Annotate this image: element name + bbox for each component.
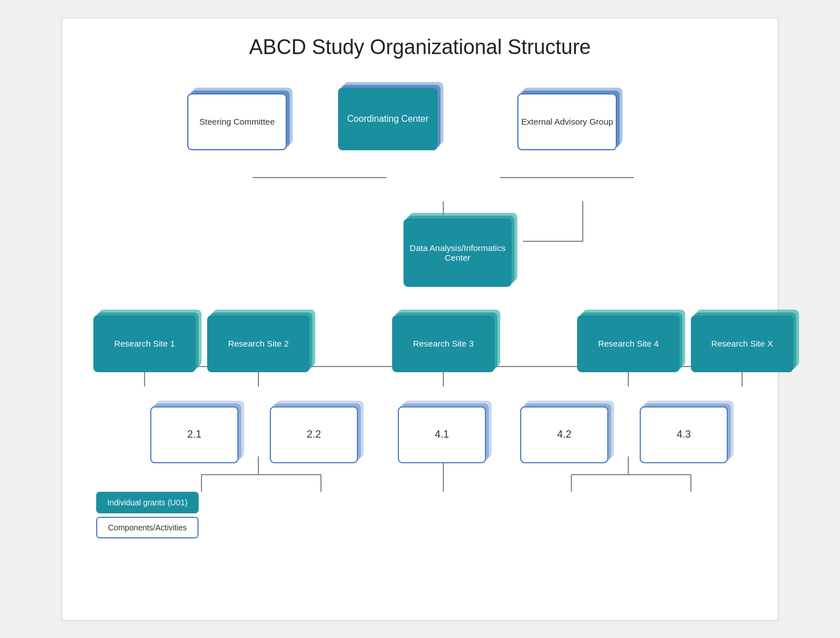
legend-teal-item: Individual grants (U01): [96, 492, 755, 513]
data-analysis-label: Data Analysis/Informatics Center: [403, 243, 512, 262]
siteX-node: Research Site X: [691, 315, 793, 372]
site1-node: Research Site 1: [93, 315, 196, 372]
sub42-label: 4.2: [557, 429, 571, 441]
sub21-label: 2.1: [187, 429, 201, 441]
coordinating-center-node: Coordinating Center: [338, 88, 438, 150]
page-title: ABCD Study Organizational Structure: [85, 35, 755, 59]
site2-label: Research Site 2: [228, 339, 289, 348]
row-top: Steering Committee Coordinating Center: [85, 76, 755, 207]
legend-white-box: Components/Activities: [96, 517, 199, 538]
site4-node: Research Site 4: [577, 315, 680, 372]
legend-white-label: Components/Activities: [108, 523, 187, 532]
sub21-node: 2.1: [150, 406, 238, 463]
site2-node: Research Site 2: [207, 315, 310, 372]
coordinating-label: Coordinating Center: [347, 114, 429, 124]
data-analysis-node: Data Analysis/Informatics Center: [403, 219, 512, 287]
legend-teal-label: Individual grants (U01): [108, 498, 188, 507]
steering-label: Steering Committee: [199, 117, 275, 126]
external-advisory-node: External Advisory Group: [517, 93, 617, 150]
site4-label: Research Site 4: [598, 339, 659, 348]
legend: Individual grants (U01) Components/Activ…: [96, 492, 755, 538]
org-chart: Steering Committee Coordinating Center: [85, 76, 755, 538]
row-sub: 2.1 2.2: [85, 395, 755, 480]
sub43-label: 4.3: [677, 429, 691, 441]
steering-committee-node: Steering Committee: [187, 93, 287, 150]
legend-white-item: Components/Activities: [96, 517, 755, 538]
site3-label: Research Site 3: [413, 339, 474, 348]
site3-node: Research Site 3: [392, 315, 495, 372]
sub43-node: 4.3: [640, 406, 728, 463]
sub22-node: 2.2: [270, 406, 358, 463]
page: ABCD Study Organizational Structure: [61, 18, 779, 621]
sub22-label: 2.2: [307, 429, 321, 441]
site1-label: Research Site 1: [114, 339, 175, 348]
legend-teal-box: Individual grants (U01): [96, 492, 199, 513]
siteX-label: Research Site X: [711, 339, 773, 348]
sub41-node: 4.1: [398, 406, 486, 463]
sub42-node: 4.2: [520, 406, 608, 463]
row-mid: Data Analysis/Informatics Center: [85, 207, 755, 304]
row-sites: Research Site 1 Research Site 2: [85, 304, 755, 395]
sub41-label: 4.1: [435, 429, 449, 441]
external-label: External Advisory Group: [521, 117, 613, 126]
